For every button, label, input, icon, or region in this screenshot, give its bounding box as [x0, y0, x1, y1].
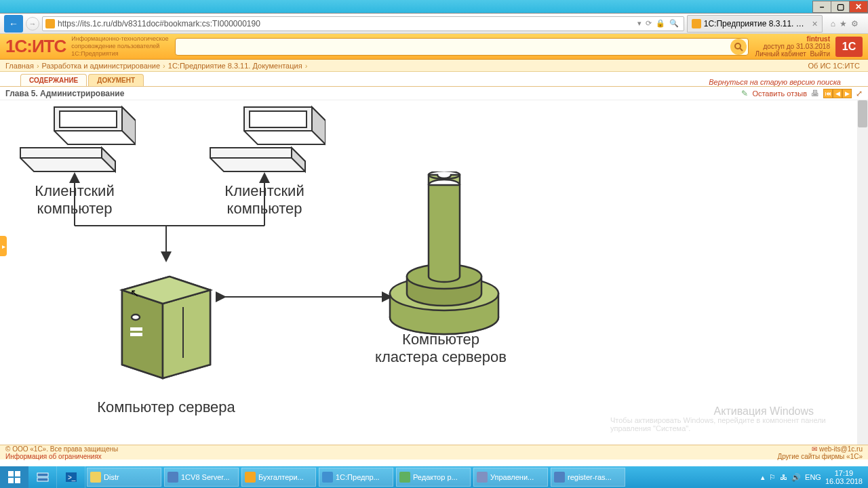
other-sites-link[interactable]: Другие сайты фирмы «1С» [777, 453, 863, 460]
window-maximize-button[interactable]: ▢ [831, 1, 850, 13]
nav-back-button[interactable]: ← [4, 15, 23, 33]
taskbar-app[interactable]: Редактор р... [396, 468, 471, 487]
old-search-link[interactable]: Вернуться на старую версию поиска [709, 78, 848, 86]
site-footer: © ООО «1С». Все права защищены Информаци… [0, 445, 868, 460]
print-icon[interactable]: 🖶 [811, 89, 819, 98]
tab-document[interactable]: ДОКУМЕНТ [88, 74, 144, 86]
user-name: fintrust [755, 35, 830, 43]
tab-title: 1С:Предприятие 8.3.11. До... [704, 19, 810, 28]
taskbar-app[interactable]: Бухгалтери... [241, 468, 316, 487]
taskbar-app[interactable]: 1С:Предпр... [319, 468, 393, 487]
search-addr-icon[interactable]: 🔍 [669, 19, 679, 28]
brand-1c-icon[interactable]: 1C [835, 37, 863, 57]
personal-cabinet-link[interactable]: Личный кабинет [755, 50, 806, 58]
tab-favicon-icon [692, 19, 701, 28]
window-close-button[interactable]: ✕ [849, 1, 868, 13]
taskbar-app[interactable]: register-ras... [551, 468, 625, 487]
copyright-text: © ООО «1С». Все права защищены [5, 445, 118, 453]
tray-network-icon[interactable]: 🖧 [780, 473, 787, 481]
home-icon[interactable]: ⌂ [831, 19, 835, 28]
url-text: https://its.1c.ru/db/v8311doc#bookmark:c… [58, 19, 635, 28]
expand-icon[interactable]: ⤢ [856, 89, 863, 98]
svg-rect-12 [15, 471, 20, 476]
scroll-thumb[interactable] [858, 100, 867, 127]
svg-text:>_: >_ [68, 474, 76, 481]
dropdown-icon[interactable]: ▾ [637, 19, 642, 28]
logout-link[interactable]: Выйти [810, 50, 830, 58]
taskbar-app[interactable]: Управлени... [473, 468, 548, 487]
content-area: ▸ Клиентский компьютер [0, 100, 868, 445]
system-tray: ▴ ⚐ 🖧 🔊 ENG 17:19 16.03.2018 [755, 469, 868, 485]
taskbar-app[interactable]: 1CV8 Server... [164, 468, 239, 487]
about-link[interactable]: Об ИС 1С:ИТС [808, 62, 860, 70]
tab-contents[interactable]: СОДЕРЖАНИЕ [20, 74, 87, 86]
architecture-diagram: Клиентский компьютер Клиентский компьюте… [0, 100, 868, 445]
restrictions-link[interactable]: Информация об ограничениях [5, 453, 118, 460]
browser-tools: ⌂ ★ ⚙ [825, 19, 864, 28]
tray-up-icon[interactable]: ▴ [761, 473, 765, 482]
page-first-button[interactable]: ⏮ [823, 89, 833, 98]
server-manager-icon[interactable] [28, 466, 57, 488]
svg-line-1 [740, 48, 743, 51]
access-until: доступ до 31.03.2018 [755, 43, 830, 50]
scrollbar[interactable] [857, 100, 868, 445]
taskbar-app[interactable]: Distr [87, 468, 161, 487]
svg-point-4 [132, 314, 140, 320]
svg-rect-14 [15, 478, 20, 483]
address-bar[interactable]: https://its.1c.ru/db/v8311doc#bookmark:c… [42, 16, 684, 31]
svg-rect-6 [130, 333, 142, 336]
crumb-home[interactable]: Главная [5, 62, 34, 70]
favorites-icon[interactable]: ★ [840, 19, 847, 28]
server-label: Компьютер сервера [78, 399, 254, 416]
powershell-icon[interactable]: >_ [57, 466, 85, 488]
feedback-link[interactable]: Оставить отзыв [752, 89, 807, 98]
page-prev-button[interactable]: ◀ [833, 89, 842, 98]
lock-icon: 🔒 [656, 19, 665, 28]
site-logo[interactable]: 1С:ИТС [5, 36, 66, 57]
diagram-server [115, 270, 217, 387]
tray-sound-icon[interactable]: 🔊 [791, 473, 801, 482]
page-title: Глава 5. Администрирование [5, 89, 124, 98]
nav-forward-button[interactable]: → [26, 17, 39, 30]
svg-rect-13 [8, 478, 14, 483]
site-tagline: Информационно-технологическое сопровожде… [71, 35, 168, 57]
chapter-header: Глава 5. Администрирование ✎ Оставить от… [0, 87, 868, 100]
tray-flag-icon[interactable]: ⚐ [769, 473, 776, 482]
crumb-doc[interactable]: 1С:Предприятие 8.3.11. Документация [168, 62, 302, 70]
svg-rect-11 [8, 471, 14, 476]
svg-rect-16 [37, 478, 48, 481]
windows-activation-subtext: Чтобы активировать Windows, перейдите в … [610, 416, 827, 432]
user-panel: fintrust доступ до 31.03.2018 Личный каб… [755, 35, 830, 58]
doc-tabs: СОДЕРЖАНИЕ ДОКУМЕНТ Вернуться на старую … [0, 72, 868, 87]
refresh-icon[interactable]: ⟳ [646, 19, 652, 28]
start-button[interactable] [0, 466, 28, 488]
settings-icon[interactable]: ⚙ [851, 19, 859, 28]
taskbar: >_ Distr1CV8 Server...Бухгалтери...1С:Пр… [0, 466, 868, 488]
browser-tab[interactable]: 1С:Предприятие 8.3.11. До... × [687, 15, 823, 33]
clock[interactable]: 17:19 16.03.2018 [825, 469, 863, 485]
site-favicon-icon [45, 19, 55, 28]
svg-rect-5 [130, 327, 142, 331]
svg-rect-15 [37, 473, 48, 476]
browser-nav-bar: ← → https://its.1c.ru/db/v8311doc#bookma… [0, 14, 868, 34]
breadcrumb: Главная› Разработка и администрирование›… [0, 60, 868, 72]
svg-point-0 [735, 43, 741, 49]
language-indicator[interactable]: ENG [805, 473, 821, 481]
window-title-bar: – ▢ ✕ [0, 0, 868, 14]
site-search-input[interactable] [175, 38, 748, 56]
diagram-cluster [387, 171, 502, 340]
window-minimize-button[interactable]: – [812, 1, 831, 13]
tab-close-icon[interactable]: × [812, 18, 818, 29]
search-icon[interactable] [730, 39, 747, 55]
page-next-button[interactable]: ▶ [842, 89, 852, 98]
cluster-label: Компьютер кластера серверов [353, 331, 529, 366]
contact-email[interactable]: web-its@1c.ru [819, 445, 863, 453]
site-header: 1С:ИТС Информационно-технологическое соп… [0, 34, 868, 60]
crumb-section[interactable]: Разработка и администрирование [42, 62, 161, 70]
